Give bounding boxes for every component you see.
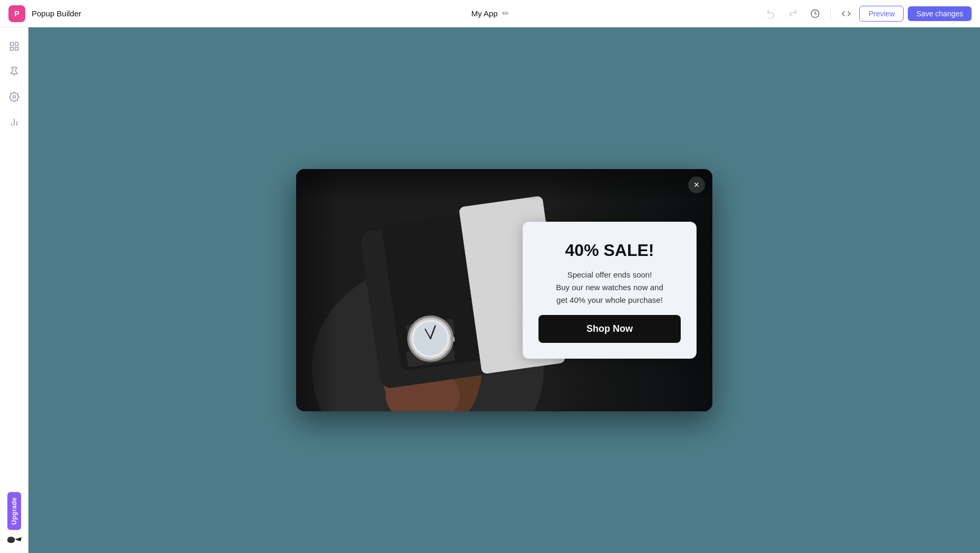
code-view-button[interactable] (837, 5, 855, 23)
sidebar-item-pin[interactable] (4, 61, 25, 82)
edit-page-name-icon[interactable]: ✏ (502, 8, 509, 18)
svg-rect-34 (296, 169, 712, 201)
app-name: Popup Builder (32, 9, 81, 18)
sidebar-item-analytics[interactable] (4, 112, 25, 133)
sidebar: Upgrade (0, 27, 28, 553)
svg-rect-17 (415, 392, 427, 411)
preview-button[interactable]: Preview (859, 6, 904, 22)
svg-rect-1 (10, 43, 13, 46)
sidebar-item-settings[interactable] (4, 86, 25, 107)
popup-cta-button[interactable]: Shop Now (538, 315, 681, 343)
popup-card: 40% SALE! Special offer ends soon! Buy o… (523, 222, 697, 359)
header-right: Preview Save changes (762, 5, 972, 23)
header-center: My App ✏ (471, 8, 508, 18)
redo-button[interactable] (784, 5, 802, 23)
svg-rect-3 (10, 47, 13, 51)
sidebar-bottom: Upgrade (6, 492, 23, 545)
upgrade-button[interactable]: Upgrade (7, 492, 21, 530)
history-button[interactable] (806, 5, 824, 23)
svg-rect-2 (15, 43, 18, 46)
header: P Popup Builder My App ✏ Preview Save ch… (0, 0, 980, 27)
undo-button[interactable] (762, 5, 780, 23)
svg-point-6 (13, 96, 15, 98)
app-logo: P (8, 5, 25, 22)
canvas-area[interactable]: × 40% SALE! Special offer ends soon! Buy… (28, 27, 980, 553)
header-divider (830, 7, 831, 20)
svg-point-11 (7, 537, 15, 542)
popup-title: 40% SALE! (565, 241, 654, 260)
popup-description: Special offer ends soon! Buy our new wat… (556, 269, 663, 307)
page-name: My App (471, 9, 497, 18)
save-changes-button[interactable]: Save changes (908, 6, 972, 21)
popup-container: × 40% SALE! Special offer ends soon! Buy… (296, 169, 712, 411)
svg-rect-4 (15, 47, 18, 51)
main-area: Upgrade (0, 27, 980, 553)
svg-rect-35 (296, 169, 338, 411)
sidebar-item-grid[interactable] (4, 36, 25, 57)
popup-close-button[interactable]: × (688, 176, 705, 193)
